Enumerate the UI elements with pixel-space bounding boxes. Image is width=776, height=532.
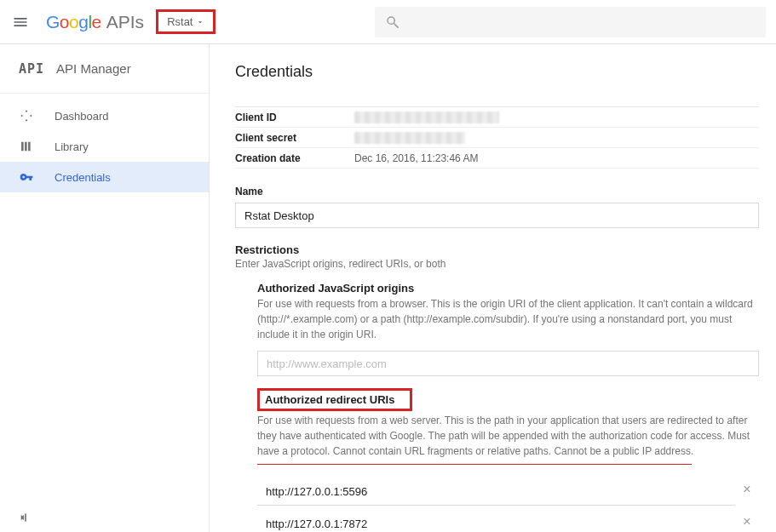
sidebar-header: API API Manager — [0, 44, 209, 94]
redirect-uri-input[interactable] — [257, 511, 735, 532]
remove-uri-button[interactable]: × — [735, 514, 759, 529]
project-name: Rstat — [167, 15, 193, 28]
restrictions-label: Restrictions — [235, 243, 759, 256]
js-origins-input[interactable] — [257, 351, 759, 376]
redirect-uri-row: × — [257, 473, 759, 506]
redirect-uris-desc: For use with requests from a web server.… — [257, 413, 759, 459]
google-logo: Google — [46, 12, 101, 32]
nav-label: Credentials — [55, 171, 111, 184]
svg-rect-0 — [25, 514, 26, 521]
sidebar-item-dashboard[interactable]: Dashboard — [0, 100, 209, 131]
page-title: Credentials — [235, 63, 759, 81]
project-picker[interactable]: Rstat — [156, 9, 216, 34]
name-input[interactable] — [235, 203, 759, 228]
hamburger-icon — [12, 14, 29, 31]
key-icon — [19, 169, 34, 185]
dashboard-icon — [19, 108, 34, 123]
app-header: Google APIs Rstat — [0, 0, 776, 44]
client-id-label: Client ID — [235, 112, 354, 123]
js-origins-title: Authorized JavaScript origins — [257, 282, 414, 295]
js-origins-desc: For use with requests from a browser. Th… — [257, 296, 759, 342]
redirect-uris-title: Authorized redirect URIs — [265, 393, 394, 406]
name-label: Name — [235, 186, 759, 197]
client-id-value — [354, 112, 499, 123]
client-info-table: Client ID Client secret Creation date De… — [235, 106, 759, 169]
remove-uri-button[interactable]: × — [735, 482, 759, 497]
collapse-sidebar-button[interactable] — [15, 511, 29, 527]
api-logo-icon: API — [19, 61, 44, 77]
content-area: Credentials Client ID Client secret Crea… — [210, 44, 776, 532]
creation-date-value: Dec 16, 2016, 11:23:46 AM — [354, 152, 478, 164]
sidebar: API API Manager Dashboard Library Creden… — [0, 44, 210, 532]
nav-label: Library — [55, 140, 89, 153]
redirect-uri-input[interactable] — [257, 478, 735, 506]
sidebar-item-credentials[interactable]: Credentials — [0, 162, 209, 192]
sidebar-item-library[interactable]: Library — [0, 131, 209, 162]
chevron-down-icon — [196, 18, 204, 26]
search-icon — [385, 14, 400, 30]
library-icon — [19, 139, 34, 154]
redirect-uris-section: Authorized redirect URIs For use with re… — [257, 388, 759, 532]
decorative-underline — [257, 464, 692, 465]
search-box[interactable] — [375, 7, 766, 37]
js-origins-section: Authorized JavaScript origins For use wi… — [257, 282, 759, 376]
client-secret-value — [354, 132, 465, 144]
google-apis-logo[interactable]: Google APIs — [46, 12, 144, 32]
section-title: API Manager — [56, 61, 131, 76]
chevron-left-icon — [15, 511, 29, 524]
redirect-title-highlight: Authorized redirect URIs — [257, 388, 412, 411]
menu-button[interactable] — [0, 14, 41, 31]
redirect-uri-row: × — [257, 506, 759, 532]
apis-label: APIs — [106, 12, 144, 32]
sidebar-nav: Dashboard Library Credentials — [0, 94, 209, 192]
restrictions-subtext: Enter JavaScript origins, redirect URIs,… — [235, 258, 759, 270]
nav-label: Dashboard — [55, 110, 109, 123]
creation-date-label: Creation date — [235, 152, 354, 164]
client-secret-label: Client secret — [235, 132, 354, 144]
